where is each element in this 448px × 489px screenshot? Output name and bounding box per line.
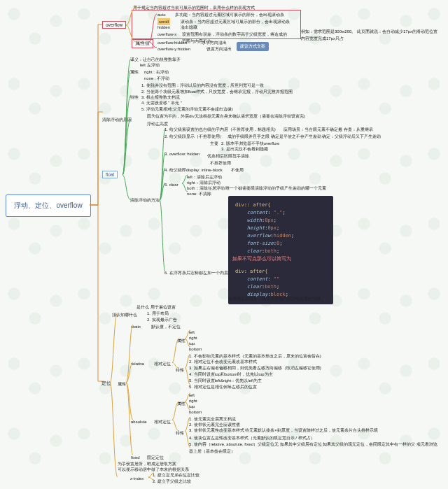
root-label: 浮动、定位、overflow bbox=[14, 201, 82, 211]
overflow-tag: 建议方式文案 bbox=[237, 42, 269, 51]
abs-k: absolute bbox=[131, 418, 147, 425]
rel-trait: 特性 bbox=[176, 367, 184, 374]
rel-v: 相对定位 bbox=[154, 360, 171, 367]
static-k: static bbox=[131, 323, 141, 330]
static-v: 默认值，不定位 bbox=[151, 323, 181, 330]
pos-node: 定位 bbox=[102, 380, 111, 387]
zindex: z-index bbox=[130, 475, 144, 482]
float-none: none : 不浮动 bbox=[144, 75, 169, 82]
cm3: 3. overflow: hidden bbox=[164, 150, 200, 157]
code-note: 使用规定比较多：将手设置他内部浮动元素的父级 bbox=[228, 295, 321, 302]
overflow-vals-label: 属性值 bbox=[132, 39, 153, 48]
cm5n: none: 不清除 bbox=[187, 190, 211, 197]
overflow-node: overflow bbox=[102, 21, 126, 29]
float-left: left 左浮动 bbox=[140, 62, 160, 69]
rt5: 5. 相对定位是相任例等左移后的位置 bbox=[189, 383, 257, 390]
ov-oy-v: 设置方向溢出 bbox=[206, 45, 232, 52]
cm4: 4. 给父级即display: inline-block bbox=[164, 166, 223, 173]
float-props-label: 属性 bbox=[130, 69, 139, 76]
at2: 3. 使带状元素性改变基本样式 待元素默认接条×到原度，当设置随样过之后，使元素… bbox=[189, 427, 441, 434]
clear-methods-label: 清除浮动的方法 bbox=[130, 197, 160, 204]
ov-auto-k: auto bbox=[158, 11, 166, 18]
float-traits-label: 特性 bbox=[130, 94, 139, 101]
root-node: 浮动、定位、overflow bbox=[6, 194, 91, 217]
ov-ox-v: 设置范围有误差，浮动条的数字高于父级宽度，将造成的范围与内容不合 bbox=[182, 31, 287, 45]
float-node: float bbox=[102, 171, 118, 178]
at4: 5. 使内容（relative, absolute, fixed）父级定位无 如… bbox=[189, 441, 441, 455]
cm2: 2. 给父级段显示（不推荐使用） bbox=[164, 133, 224, 140]
cm1s: 应用场景：当自限元素不确定最 存贵：从重继承 bbox=[284, 126, 373, 133]
abs-v: 相对定位 bbox=[154, 418, 171, 425]
ad3: bottom bbox=[189, 409, 202, 416]
cm4r: 不使用 bbox=[231, 166, 244, 173]
cm5: 5. clear bbox=[164, 181, 178, 188]
ov-hidden-v: 溢出隐藏 bbox=[181, 24, 197, 31]
abs-dir: 属性 bbox=[177, 400, 186, 407]
pos-attr: 属性 bbox=[118, 381, 126, 388]
ov-ox-k: overflow-x bbox=[158, 31, 176, 38]
ov-ox-ex: 例如：需求范围是300w200。 此页面就说：会自动减少17px的滑动范位置内容… bbox=[301, 28, 441, 42]
cm3r: 优条相后区限范手清除 bbox=[207, 153, 249, 160]
pk2: 2. 实现最示广告 bbox=[147, 316, 177, 323]
cm2s: 成的手级限并且手之限 确定是平使之不存产生差劲 确定：父级浮动后又下产生差劲 bbox=[227, 133, 381, 140]
rel-k: relative bbox=[131, 360, 144, 367]
ov-oy-k: overflow-y:hidden bbox=[158, 45, 190, 52]
ft5: 5. 浮动元素相对(父元素的浮动元素不会超出边缘) bbox=[141, 106, 233, 113]
pos-know: 须认知哪什么 bbox=[112, 311, 137, 318]
cm3x: 不推荐使用 bbox=[210, 160, 231, 166]
rel-dir: 属性 bbox=[177, 337, 186, 344]
cm6: 6. 在浮荐条后宏标都左加一个内层 bbox=[164, 269, 228, 276]
cc1: 因为位置为平的，外层div无法根据元素自身来确认需求宽度（需要去清除浮动设置完) bbox=[147, 113, 343, 120]
zi1: 2. 建立子父级之比较 bbox=[153, 478, 191, 485]
ov-auto-v: 多功能：当内容超过元素区域可展示的部分，会出现滚动条 bbox=[175, 11, 284, 18]
ov-hidden-k: hidden bbox=[158, 24, 170, 31]
clear-cause: 清除浮动的原因 bbox=[102, 116, 132, 123]
cm3l: 主要 bbox=[210, 140, 218, 147]
rel-d3: bottom bbox=[189, 346, 202, 353]
cm3b: 3. 是出完仅不会看到隐藏 bbox=[221, 146, 268, 153]
abs-trait: 特性 bbox=[176, 430, 184, 437]
